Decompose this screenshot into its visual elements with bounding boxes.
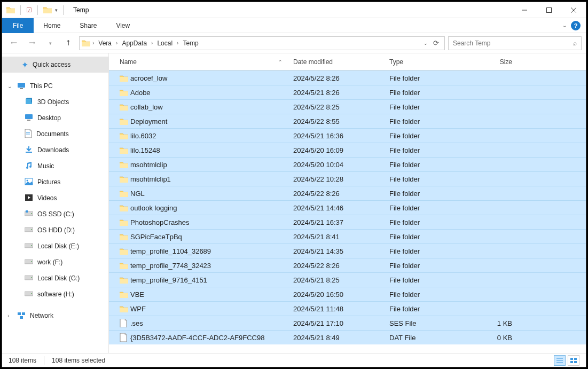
sidebar-item[interactable]: Videos — [2, 190, 108, 206]
tab-view[interactable]: View — [106, 18, 139, 33]
chevron-right-icon[interactable]: › — [176, 40, 179, 46]
3d-icon — [25, 98, 33, 107]
table-row[interactable]: VBE2024/5/20 16:50File folder — [109, 287, 586, 301]
sidebar-item-quick-access[interactable]: ✦ Quick access — [2, 57, 108, 73]
folder-icon — [82, 40, 90, 46]
table-row[interactable]: .ses2024/5/21 17:10SES File1 KB — [109, 316, 586, 330]
qat-dropdown-icon[interactable]: ▾ — [55, 7, 58, 13]
sidebar-item[interactable]: Local Disk (E:) — [2, 238, 108, 254]
column-type[interactable]: Type — [389, 58, 469, 66]
chevron-right-icon[interactable]: › — [150, 40, 154, 46]
tab-home[interactable]: Home — [34, 18, 70, 33]
maximize-button[interactable] — [537, 2, 561, 18]
column-size[interactable]: Size — [469, 58, 512, 66]
search-input[interactable] — [453, 40, 573, 47]
table-row[interactable]: msohtmlclip12024/5/22 10:28File folder — [109, 171, 586, 186]
search-box[interactable]: ⌕ — [448, 36, 582, 50]
file-type: File folder — [389, 132, 469, 140]
table-row[interactable]: {3D5B3472-AADF-4CCF-ADC2-AF9FCC982024/5/… — [109, 330, 586, 344]
details-view-button[interactable] — [554, 355, 566, 366]
chevron-right-icon[interactable]: › — [91, 40, 95, 46]
expand-ribbon-icon[interactable]: ⌄ — [562, 22, 567, 28]
table-row[interactable]: WPF2024/5/21 11:48File folder — [109, 301, 586, 316]
sidebar-item-network[interactable]: › Network — [2, 308, 108, 324]
file-name: SGPicFaceTpBq — [130, 233, 293, 241]
table-row[interactable]: Deployment2024/5/22 8:55File folder — [109, 114, 586, 128]
table-row[interactable]: NGL2024/5/22 8:26File folder — [109, 186, 586, 200]
breadcrumb[interactable]: AppData — [120, 40, 149, 47]
file-name: lilo.6032 — [130, 132, 293, 140]
back-button[interactable]: 🠔 — [6, 36, 21, 51]
folder-icon — [120, 147, 128, 154]
svg-rect-27 — [574, 358, 577, 360]
table-row[interactable]: lilo.60322024/5/21 16:36File folder — [109, 128, 586, 143]
svg-rect-26 — [570, 358, 573, 360]
tab-share[interactable]: Share — [70, 18, 106, 33]
file-date: 2024/5/21 11:48 — [293, 305, 389, 313]
sidebar-item[interactable]: Downloads — [2, 142, 108, 158]
file-name: WPF — [130, 305, 293, 313]
recent-dropdown[interactable]: ▾ — [43, 36, 58, 51]
collapse-icon[interactable]: ⌄ — [7, 83, 12, 89]
table-row[interactable]: msohtmlclip2024/5/20 10:04File folder — [109, 157, 586, 171]
sidebar-item-label: Music — [37, 162, 54, 170]
table-row[interactable]: lilo.152482024/5/20 16:09File folder — [109, 143, 586, 157]
folder-icon — [120, 161, 128, 168]
svg-rect-19 — [26, 210, 28, 213]
breadcrumb[interactable]: Temp — [181, 40, 200, 47]
table-row[interactable]: temp_profile_1104_326892024/5/21 14:35Fi… — [109, 244, 586, 258]
address-dropdown-icon[interactable]: ⌄ — [424, 41, 428, 46]
table-row[interactable]: temp_profile_7748_324232024/5/22 8:26Fil… — [109, 258, 586, 272]
sidebar-item[interactable]: Pictures — [2, 174, 108, 190]
file-name: lilo.15248 — [130, 146, 293, 154]
minimize-button[interactable] — [512, 2, 537, 18]
sidebar-item[interactable]: OS HDD (D:) — [2, 222, 108, 238]
sidebar-item[interactable]: Music — [2, 158, 108, 174]
table-row[interactable]: collab_low2024/5/22 8:25File folder — [109, 99, 586, 114]
file-type: File folder — [389, 89, 469, 97]
column-headers: Name⌃ Date modified Type Size — [109, 53, 586, 70]
table-row[interactable]: Adobe2024/5/21 8:26File folder — [109, 85, 586, 99]
folder-icon — [120, 104, 128, 111]
sidebar-item-label: Local Disk (G:) — [37, 274, 80, 282]
sidebar-item[interactable]: Desktop — [2, 110, 108, 126]
table-row[interactable]: temp_profile_9716_41512024/5/21 8:25File… — [109, 272, 586, 287]
column-name[interactable]: Name⌃ — [120, 58, 293, 66]
table-row[interactable]: outlook logging2024/5/21 14:46File folde… — [109, 200, 586, 215]
qat-properties-icon[interactable]: ☑ — [26, 6, 32, 14]
expand-icon[interactable]: › — [7, 313, 9, 319]
search-icon[interactable]: ⌕ — [573, 40, 577, 47]
table-row[interactable]: SGPicFaceTpBq2024/5/21 8:41File folder — [109, 229, 586, 244]
navigation-pane[interactable]: ✦ Quick access ⌄ This PC 3D ObjectsDeskt… — [2, 53, 109, 353]
breadcrumb[interactable]: Local — [155, 40, 175, 47]
close-button[interactable] — [561, 2, 586, 18]
refresh-icon[interactable]: ⟳ — [430, 39, 442, 47]
table-row[interactable]: acrocef_low2024/5/22 8:26File folder — [109, 70, 586, 85]
sidebar-item[interactable]: Documents — [2, 126, 108, 142]
sidebar-item-this-pc[interactable]: ⌄ This PC — [2, 78, 108, 94]
address-bar[interactable]: › Vera › AppData › Local › Temp ⌄ ⟳ — [79, 36, 445, 50]
navbar: 🠔 🠖 ▾ 🠕 › Vera › AppData › Local › Temp … — [2, 33, 586, 53]
sidebar-item[interactable]: OS SSD (C:) — [2, 206, 108, 222]
downloads-icon — [25, 146, 33, 155]
thumbnails-view-button[interactable] — [568, 355, 579, 366]
sidebar-item[interactable]: software (H:) — [2, 286, 108, 302]
up-button[interactable]: 🠕 — [61, 36, 76, 51]
table-row[interactable]: PhotoshopCrashes2024/5/21 16:37File fold… — [109, 215, 586, 229]
breadcrumb[interactable]: Vera — [96, 40, 114, 47]
svg-point-16 — [27, 179, 28, 181]
sidebar-item[interactable]: Local Disk (G:) — [2, 270, 108, 286]
file-rows[interactable]: acrocef_low2024/5/22 8:26File folderAdob… — [109, 70, 586, 353]
sidebar-item-label: Local Disk (E:) — [37, 242, 79, 250]
file-date: 2024/5/21 8:49 — [293, 334, 389, 342]
file-type: File folder — [389, 117, 469, 125]
forward-button[interactable]: 🠖 — [25, 36, 40, 51]
column-date[interactable]: Date modified — [293, 58, 389, 66]
sidebar-item[interactable]: work (F:) — [2, 254, 108, 270]
chevron-right-icon[interactable]: › — [115, 40, 119, 46]
sidebar-item[interactable]: 3D Objects — [2, 94, 108, 110]
drive-icon — [25, 226, 33, 234]
tab-file[interactable]: File — [2, 18, 34, 33]
help-icon[interactable]: ? — [571, 21, 581, 30]
folder-icon — [120, 305, 128, 312]
